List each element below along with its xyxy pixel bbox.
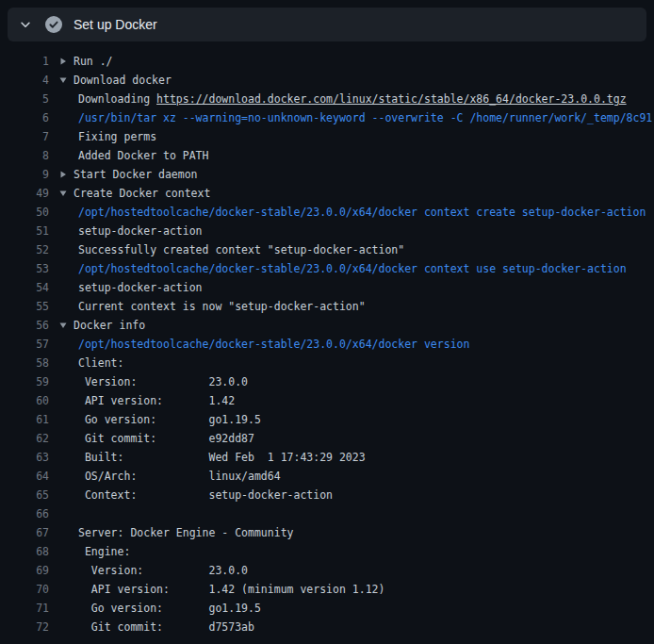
log-line: 63 Built: Wed Feb 1 17:43:29 2023 [0, 448, 654, 467]
line-number[interactable]: 70 [0, 580, 49, 599]
log-line: 1Run ./ [0, 52, 654, 71]
log-text-row: Server: Docker Engine - Community [49, 523, 654, 542]
log-text: OS/Arch: linux/amd64 [78, 467, 281, 486]
line-number[interactable]: 55 [0, 297, 49, 316]
command-text: /opt/hostedtoolcache/docker-stable/23.0.… [78, 335, 469, 354]
line-number[interactable]: 66 [0, 504, 49, 523]
log-text-row: setup-docker-action [49, 278, 654, 297]
line-number[interactable]: 71 [0, 599, 49, 618]
log-text-row: OS/Arch: linux/amd64 [49, 467, 654, 486]
line-number[interactable]: 69 [0, 561, 49, 580]
log-text-row: Version: 23.0.0 [49, 372, 654, 391]
log-group-row[interactable]: Start Docker daemon [49, 165, 654, 184]
log-line: 4Download docker [0, 71, 654, 90]
line-number[interactable]: 60 [0, 391, 49, 410]
line-number[interactable]: 62 [0, 429, 49, 448]
line-number[interactable]: 52 [0, 240, 49, 259]
log-line: 52Successfully created context "setup-do… [0, 240, 654, 259]
log-text: Git commit: d7573ab [78, 618, 254, 636]
line-number[interactable]: 68 [0, 542, 49, 561]
log-text-row: Successfully created context "setup-dock… [49, 240, 654, 259]
line-number[interactable]: 58 [0, 354, 49, 372]
log-text-row: Version: 23.0.0 [49, 561, 654, 580]
line-number[interactable]: 63 [0, 448, 49, 467]
log-text-row: Git commit: e92dd87 [49, 429, 654, 448]
line-number[interactable]: 1 [0, 52, 49, 71]
log-line: 54setup-docker-action [0, 278, 654, 297]
log-text: API version: 1.42 (minimum version 1.12) [78, 580, 384, 599]
log-line: 49Create Docker context [0, 184, 654, 203]
line-number[interactable]: 49 [0, 184, 49, 203]
line-number[interactable]: 9 [0, 165, 49, 184]
log-text-row: API version: 1.42 [49, 391, 654, 410]
line-number[interactable]: 65 [0, 486, 49, 504]
line-number[interactable]: 53 [0, 259, 49, 278]
log-command-row: /usr/bin/tar xz --warning=no-unknown-key… [49, 108, 654, 127]
line-number[interactable]: 8 [0, 146, 49, 165]
log-text: Context: setup-docker-action [78, 486, 333, 504]
line-number[interactable]: 7 [0, 127, 49, 146]
log-command-row: /opt/hostedtoolcache/docker-stable/23.0.… [49, 259, 654, 278]
line-number[interactable]: 72 [0, 618, 49, 636]
log-text: Engine: [78, 542, 130, 561]
group-collapsed-triangle-icon[interactable] [59, 171, 67, 178]
log-line: 62 Git commit: e92dd87 [0, 429, 654, 448]
log-text-row: Downloading https://download.docker.com/… [49, 90, 654, 108]
log-line: 64 OS/Arch: linux/amd64 [0, 467, 654, 486]
line-number[interactable]: 61 [0, 410, 49, 429]
log-text: Current context is now "setup-docker-act… [78, 297, 366, 316]
chevron-down-icon[interactable] [19, 18, 32, 31]
log-text: Fixing perms [78, 127, 156, 146]
log-command-row: /opt/hostedtoolcache/docker-stable/23.0.… [49, 335, 654, 354]
log-line: 61 Go version: go1.19.5 [0, 410, 654, 429]
line-number[interactable]: 54 [0, 278, 49, 297]
log-link[interactable]: https://download.docker.com/linux/static… [156, 90, 627, 108]
log-group-row[interactable]: Run ./ [49, 52, 654, 71]
command-text: /opt/hostedtoolcache/docker-stable/23.0.… [78, 203, 646, 222]
line-number[interactable]: 59 [0, 372, 49, 391]
log-text: Go version: go1.19.5 [78, 410, 261, 429]
group-title: Docker info [74, 316, 145, 335]
group-title: Create Docker context [74, 184, 210, 203]
log-group-row[interactable]: Download docker [49, 71, 654, 90]
log-text: setup-docker-action [78, 222, 203, 240]
group-title: Download docker [74, 71, 172, 90]
step-title: Set up Docker [74, 15, 157, 34]
group-expanded-triangle-icon[interactable] [59, 76, 67, 84]
log-text: API version: 1.42 [78, 391, 235, 410]
log-line: 71 Go version: go1.19.5 [0, 599, 654, 618]
log-text-row [49, 504, 654, 523]
line-number[interactable]: 6 [0, 108, 49, 127]
log-line: 5Downloading https://download.docker.com… [0, 90, 654, 108]
log-text: Built: Wed Feb 1 17:43:29 2023 [78, 448, 366, 467]
log-line: 58Client: [0, 354, 654, 372]
log-group-row[interactable]: Docker info [49, 316, 654, 335]
line-number[interactable]: 4 [0, 71, 49, 90]
group-collapsed-triangle-icon[interactable] [59, 58, 67, 65]
line-number[interactable]: 67 [0, 523, 49, 542]
log-line: 65 Context: setup-docker-action [0, 486, 654, 504]
log-text-row: Git commit: d7573ab [49, 618, 654, 636]
log-line: 6/usr/bin/tar xz --warning=no-unknown-ke… [0, 108, 654, 127]
command-text: /usr/bin/tar xz --warning=no-unknown-key… [78, 108, 652, 127]
log-text-row: Context: setup-docker-action [49, 486, 654, 504]
log-text-row: Fixing perms [49, 127, 654, 146]
group-expanded-triangle-icon[interactable] [59, 190, 67, 197]
log-line: 60 API version: 1.42 [0, 391, 654, 410]
log-text-row: Current context is now "setup-docker-act… [49, 297, 654, 316]
log-line: 55Current context is now "setup-docker-a… [0, 297, 654, 316]
line-number[interactable]: 50 [0, 203, 49, 222]
line-number[interactable]: 51 [0, 222, 49, 240]
line-number[interactable]: 56 [0, 316, 49, 335]
group-expanded-triangle-icon[interactable] [59, 322, 67, 329]
line-number[interactable]: 57 [0, 335, 49, 354]
log-line: 66 [0, 504, 654, 523]
log-line: 70 API version: 1.42 (minimum version 1.… [0, 580, 654, 599]
log-line: 53/opt/hostedtoolcache/docker-stable/23.… [0, 259, 654, 278]
line-number[interactable]: 64 [0, 467, 49, 486]
log-group-row[interactable]: Create Docker context [49, 184, 654, 203]
line-number[interactable]: 5 [0, 90, 49, 108]
command-text: /opt/hostedtoolcache/docker-stable/23.0.… [78, 259, 627, 278]
log-line: 68 Engine: [0, 542, 654, 561]
step-header[interactable]: Set up Docker [8, 8, 646, 41]
